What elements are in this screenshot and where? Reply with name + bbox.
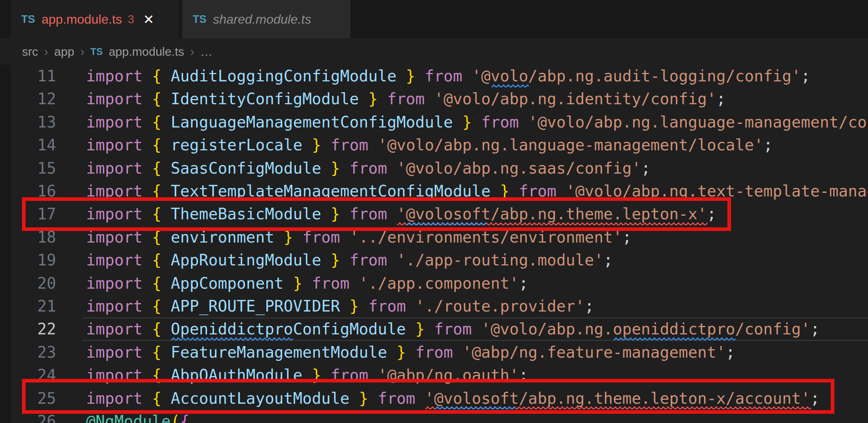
spell-squiggle-openiddictpro-string-line-22	[613, 336, 735, 340]
tab-app-module-ts[interactable]: TS app.module.ts 3 ✕	[11, 0, 178, 38]
code-text: import { FeatureManagementModule } from …	[86, 341, 735, 364]
spell-squiggle-volo-line-11	[491, 83, 529, 87]
chevron-right-icon: ›	[44, 45, 48, 59]
code-line-14: 14import { registerLocale } from '@volo/…	[0, 134, 868, 157]
code-text: import { SaasConfigModule } from '@volo/…	[86, 157, 650, 180]
chevron-right-icon: ›	[80, 45, 84, 59]
code-text: import { AppComponent } from './app.comp…	[86, 272, 528, 295]
annotation-box-line-17	[22, 197, 731, 231]
breadcrumb-item-more[interactable]: …	[200, 45, 212, 59]
tab-label: shared.module.ts	[213, 12, 311, 27]
code-text: import { LanguageManagementConfigModule …	[86, 111, 868, 134]
line-number: 14	[11, 134, 56, 157]
code-line-11: 11import { AuditLoggingConfigModule } fr…	[0, 65, 868, 88]
line-number: 12	[11, 87, 56, 111]
code-text: import { IdentityConfigModule } from '@v…	[86, 87, 726, 111]
line-number: 19	[11, 249, 56, 272]
line-number: 23	[11, 341, 56, 364]
tab-label: app.module.ts	[42, 12, 122, 27]
annotation-box-line-25	[22, 379, 834, 414]
tab-badge: 3	[128, 12, 135, 26]
code-text: import { registerLocale } from '@volo/ab…	[86, 134, 773, 157]
chevron-right-icon: ›	[190, 45, 194, 59]
tab-shared-module-ts[interactable]: TS shared.module.ts	[182, 0, 350, 38]
breadcrumb: src › app › TS app.module.ts › …	[0, 38, 868, 65]
code-line-19: 19import { AppRoutingModule } from './ap…	[0, 249, 868, 272]
typescript-icon: TS	[193, 13, 207, 26]
line-number: 11	[11, 65, 56, 88]
code-text: import { AppRoutingModule } from './app-…	[86, 249, 613, 272]
code-line-21: 21import { APP_ROUTE_PROVIDER } from './…	[0, 295, 868, 318]
breadcrumb-item-src[interactable]: src	[22, 45, 38, 59]
line-number: 13	[11, 111, 56, 134]
breadcrumb-item-app[interactable]: app	[54, 45, 74, 59]
typescript-icon: TS	[21, 13, 35, 26]
code-line-15: 15import { SaasConfigModule } from '@vol…	[0, 157, 868, 180]
code-text: import { AuditLoggingConfigModule } from…	[86, 65, 810, 88]
tab-bar: TS app.module.ts 3 ✕ TS shared.module.ts	[0, 0, 868, 38]
close-icon[interactable]: ✕	[143, 12, 154, 27]
code-text: import { APP_ROUTE_PROVIDER } from './ro…	[86, 295, 594, 318]
spell-squiggle-openiddictpro-ident-line-22	[171, 336, 293, 340]
line-number: 22	[11, 318, 56, 341]
code-line-20: 20import { AppComponent } from './app.co…	[0, 272, 868, 295]
line-number: 15	[11, 157, 56, 180]
line-number: 20	[11, 272, 56, 295]
typescript-icon: TS	[91, 46, 103, 57]
code-line-13: 13import { LanguageManagementConfigModul…	[0, 111, 868, 134]
line-number: 21	[11, 295, 56, 318]
code-line-23: 23import { FeatureManagementModule } fro…	[0, 341, 868, 364]
breadcrumb-item-file[interactable]: app.module.ts	[109, 45, 184, 59]
code-line-12: 12import { IdentityConfigModule } from '…	[0, 87, 868, 111]
